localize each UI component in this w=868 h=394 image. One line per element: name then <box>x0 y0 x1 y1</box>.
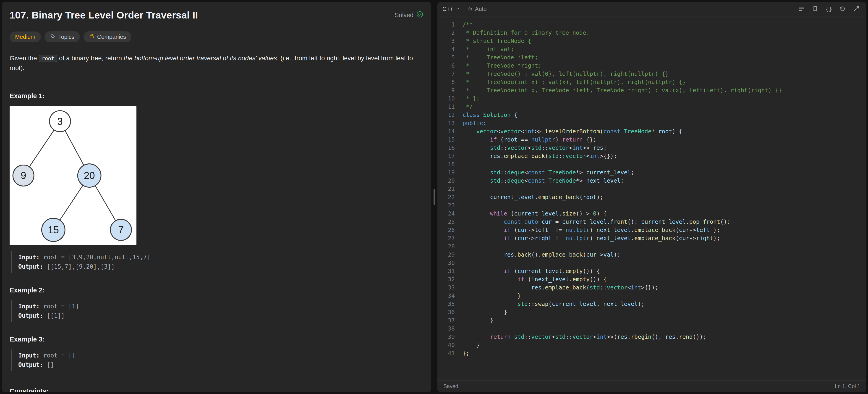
code-line[interactable]: 21 <box>437 185 866 193</box>
code-line[interactable]: 33 res.emplace_back(std::vector<int>{}); <box>437 283 866 292</box>
code-line[interactable]: 40 } <box>437 341 866 349</box>
code-text[interactable]: * }; <box>463 94 479 103</box>
code-text[interactable]: std::deque<const TreeNode*> next_level; <box>463 177 624 185</box>
code-text[interactable]: vector<vector<int>> levelOrderBottom(con… <box>463 127 682 135</box>
code-text[interactable]: * TreeNode *left; <box>463 53 538 62</box>
panel-resizer[interactable] <box>431 2 437 392</box>
code-line[interactable]: 2 * Definition for a binary tree node. <box>437 29 866 37</box>
code-line[interactable]: 14 vector<vector<int>> levelOrderBottom(… <box>437 127 866 135</box>
code-text[interactable]: if (!next_level.empty()) { <box>463 275 607 283</box>
code-text[interactable]: res.back().emplace_back(cur->val); <box>463 251 620 259</box>
code-text[interactable]: /** <box>463 21 473 29</box>
code-line[interactable]: 30 <box>437 259 866 267</box>
code-text[interactable]: * TreeNode(int x, TreeNode *left, TreeNo… <box>463 86 782 94</box>
code-line[interactable]: 6 * TreeNode *right; <box>437 62 866 70</box>
code-line[interactable]: 38 <box>437 325 866 333</box>
code-line[interactable]: 8 * TreeNode(int x) : val(x), left(nullp… <box>437 78 866 86</box>
notes-button[interactable] <box>796 4 806 14</box>
code-line[interactable]: 10 * }; <box>437 94 866 103</box>
code-line[interactable]: 39 return std::vector<std::vector<int>>(… <box>437 333 866 341</box>
code-line[interactable]: 31 if (current_level.empty()) { <box>437 267 866 275</box>
code-line[interactable]: 35 std::swap(current_level, next_level); <box>437 300 866 308</box>
code-line[interactable]: 16 std::vector<std::vector<int>> res; <box>437 144 866 152</box>
code-line[interactable]: 4 * int val; <box>437 45 866 53</box>
code-line[interactable]: 15 if (root == nullptr) return {}; <box>437 135 866 144</box>
line-number: 15 <box>437 135 455 144</box>
resizer-handle-icon[interactable] <box>434 189 435 205</box>
code-line[interactable]: 1/** <box>437 21 866 29</box>
code-line[interactable]: 12class Solution { <box>437 111 866 119</box>
code-editor[interactable]: 1/**2 * Definition for a binary tree nod… <box>437 17 866 380</box>
code-text[interactable]: current_level.emplace_back(root); <box>463 193 603 201</box>
save-status: Saved <box>443 383 458 389</box>
code-text[interactable]: return std::vector<std::vector<int>>(res… <box>463 333 707 341</box>
cursor-position: Ln 1, Col 1 <box>835 383 860 389</box>
code-line[interactable]: 29 res.back().emplace_back(cur->val); <box>437 251 866 259</box>
code-line[interactable]: 32 if (!next_level.empty()) { <box>437 275 866 283</box>
code-text[interactable]: * TreeNode *right; <box>463 62 541 70</box>
code-text[interactable]: */ <box>463 103 473 111</box>
code-text[interactable]: * Definition for a binary tree node. <box>463 29 590 37</box>
code-line[interactable]: 37 } <box>437 316 866 325</box>
code-text[interactable]: const auto cur = current_level.front(); … <box>463 218 731 226</box>
topics-button[interactable]: Topics <box>44 31 80 42</box>
code-line[interactable]: 19 std::deque<const TreeNode*> current_l… <box>437 169 866 177</box>
code-text[interactable]: if (cur->left != nullptr) next_level.emp… <box>463 226 720 234</box>
line-number: 22 <box>437 193 455 201</box>
code-text[interactable]: res.emplace_back(std::vector<int>{}); <box>463 283 658 292</box>
line-number: 12 <box>437 111 455 119</box>
code-text[interactable]: std::deque<const TreeNode*> current_leve… <box>463 169 634 177</box>
difficulty-badge[interactable]: Medium <box>9 31 41 42</box>
code-line[interactable]: 28 <box>437 242 866 251</box>
reset-code-button[interactable] <box>837 4 847 14</box>
companies-button[interactable]: Companies <box>84 31 131 42</box>
line-number: 25 <box>437 218 455 226</box>
code-text[interactable]: class Solution { <box>463 111 518 119</box>
code-text[interactable]: if (cur->right != nullptr) next_level.em… <box>463 234 720 242</box>
code-line[interactable]: 11 */ <box>437 103 866 111</box>
solved-status: Solved <box>395 11 424 20</box>
fullscreen-button[interactable] <box>851 4 861 14</box>
code-line[interactable]: 9 * TreeNode(int x, TreeNode *left, Tree… <box>437 86 866 94</box>
code-text[interactable]: public: <box>463 119 487 127</box>
code-line[interactable]: 23 <box>437 201 866 210</box>
auto-toggle[interactable]: Auto <box>468 6 487 12</box>
code-text[interactable]: } <box>463 316 493 325</box>
line-number: 5 <box>437 53 455 62</box>
code-line[interactable]: 24 while (current_level.size() > 0) { <box>437 210 866 218</box>
code-line[interactable]: 5 * TreeNode *left; <box>437 53 866 62</box>
code-text[interactable]: std::vector<std::vector<int>> res; <box>463 144 607 152</box>
code-line[interactable]: 17 res.emplace_back(std::vector<int>{}); <box>437 152 866 160</box>
code-text[interactable]: } <box>463 292 521 300</box>
line-number: 28 <box>437 242 455 251</box>
bookmark-button[interactable] <box>810 4 820 14</box>
code-text[interactable]: * TreeNode(int x) : val(x), left(nullptr… <box>463 78 686 86</box>
code-line[interactable]: 34 } <box>437 292 866 300</box>
code-text[interactable]: if (root == nullptr) return {}; <box>463 135 596 144</box>
code-line[interactable]: 18 <box>437 160 866 169</box>
code-line[interactable]: 7 * TreeNode() : val(0), left(nullptr), … <box>437 70 866 78</box>
code-line[interactable]: 27 if (cur->right != nullptr) next_level… <box>437 234 866 242</box>
code-text[interactable]: } <box>463 341 479 349</box>
code-line[interactable]: 26 if (cur->left != nullptr) next_level.… <box>437 226 866 234</box>
language-selector[interactable]: C++ <box>442 6 460 12</box>
code-line[interactable]: 20 std::deque<const TreeNode*> next_leve… <box>437 177 866 185</box>
code-line[interactable]: 36 } <box>437 308 866 316</box>
code-text[interactable]: }; <box>463 349 469 358</box>
code-text[interactable]: * int val; <box>463 45 514 53</box>
code-text[interactable]: } <box>463 308 507 316</box>
code-line[interactable]: 3 * struct TreeNode { <box>437 37 866 45</box>
code-line[interactable]: 22 current_level.emplace_back(root); <box>437 193 866 201</box>
format-code-button[interactable]: {} <box>824 4 834 14</box>
code-text[interactable]: if (current_level.empty()) { <box>463 267 600 275</box>
topics-label: Topics <box>58 34 74 40</box>
code-text[interactable]: * struct TreeNode { <box>463 37 531 45</box>
code-line[interactable]: 25 const auto cur = current_level.front(… <box>437 218 866 226</box>
code-text[interactable]: res.emplace_back(std::vector<int>{}); <box>463 152 617 160</box>
code-line[interactable]: 41}; <box>437 349 866 358</box>
workspace: 107. Binary Tree Level Order Traversal I… <box>0 0 868 394</box>
code-text[interactable]: std::swap(current_level, next_level); <box>463 300 645 308</box>
code-text[interactable]: while (current_level.size() > 0) { <box>463 210 607 218</box>
code-text[interactable]: * TreeNode() : val(0), left(nullptr), ri… <box>463 70 669 78</box>
code-line[interactable]: 13public: <box>437 119 866 127</box>
